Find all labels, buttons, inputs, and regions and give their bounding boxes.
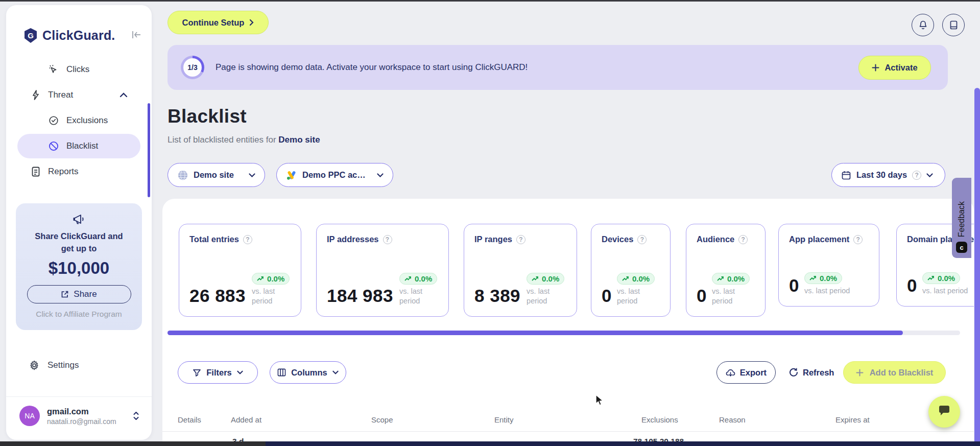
banner-message: Page is showing demo data. Activate your… [216, 62, 528, 73]
sidebar-scrollbar[interactable] [148, 103, 150, 197]
help-icon[interactable]: ? [853, 235, 863, 244]
cards-scrollbar-thumb[interactable] [168, 331, 903, 335]
chevron-down-icon [926, 173, 933, 177]
globe-icon [177, 170, 188, 181]
ppc-account-value: Demo PPC ac… [302, 170, 366, 180]
affiliate-promo-card[interactable]: Share ClickGuard and get up to $10,000 S… [16, 203, 142, 330]
notifications-button[interactable] [912, 14, 934, 36]
add-to-blacklist-button[interactable]: Add to Blacklist [843, 361, 946, 384]
page-subtitle: List of blacklisted entities for Demo si… [168, 135, 320, 145]
page-subtitle-text: List of blacklisted entities for [168, 135, 276, 145]
google-ads-icon [286, 170, 297, 181]
plus-icon [856, 369, 864, 377]
stat-vs-label: vs. last period [527, 287, 559, 306]
trend-up-icon [622, 276, 629, 281]
sidebar-item-label: Clicks [66, 64, 89, 75]
help-icon[interactable]: ? [516, 235, 525, 244]
sidebar-item-blacklist[interactable]: Blacklist [6, 134, 152, 158]
stat-title: Total entries [189, 234, 239, 244]
lightning-icon [31, 89, 41, 101]
chat-bubble-icon [937, 405, 951, 418]
stat-vs-label: vs. last period [252, 287, 284, 306]
trend-up-icon [404, 276, 412, 281]
chevron-down-icon [249, 173, 255, 177]
stat-title: IP addresses [327, 234, 379, 244]
stat-value: 0 [697, 286, 707, 306]
stat-delta: 0.0% [727, 274, 745, 283]
sidebar-item-clicks[interactable]: Clicks [6, 57, 152, 82]
date-range-selector[interactable]: Last 30 days ? [831, 163, 945, 187]
filters-button[interactable]: Filters [178, 361, 258, 384]
help-icon[interactable]: ? [637, 235, 647, 244]
stat-delta: 0.0% [267, 274, 284, 283]
account-name: gmail.com [47, 407, 116, 416]
page-scrollbar-thumb[interactable] [974, 88, 980, 446]
help-icon[interactable]: ? [383, 235, 392, 244]
stat-card-total-entries: Total entries? 26 883 0.0% vs. last peri… [179, 224, 301, 317]
stat-title: IP ranges [474, 234, 512, 244]
chat-widget-button[interactable] [928, 396, 960, 428]
trend-up-icon [257, 276, 264, 281]
stat-vs-label: vs. last period [617, 287, 650, 306]
sidebar-item-label: Blacklist [66, 141, 98, 151]
trend-up-icon [927, 275, 935, 281]
help-icon[interactable]: ? [243, 235, 252, 244]
bell-icon [918, 20, 928, 30]
column-header-exclusions: Exclusions [641, 415, 678, 424]
feedback-label: Feedback [957, 201, 966, 237]
window-bottom-edge [0, 441, 266, 446]
stat-card-devices: Devices? 0 0.0% vs. last period [591, 224, 671, 317]
badge-check-icon [48, 115, 59, 126]
refresh-button[interactable]: Refresh [789, 361, 834, 384]
avatar: NA [19, 406, 40, 426]
cursor-click-icon [48, 64, 59, 75]
stat-title: Devices [602, 234, 633, 244]
sidebar-item-exclusions[interactable]: Exclusions [6, 108, 152, 133]
stat-title: App placement [789, 234, 849, 244]
date-range-value: Last 30 days [856, 170, 907, 180]
export-button[interactable]: Export [716, 361, 776, 384]
docs-button[interactable] [942, 14, 965, 36]
stat-vs-label: vs. last period [712, 287, 745, 306]
account-switcher[interactable]: NA gmail.com naatali.ro@gmail.com [19, 406, 139, 426]
site-selector-value: Demo site [194, 170, 234, 180]
stat-card-ip-addresses: IP addresses? 184 983 0.0% vs. last peri… [316, 224, 449, 317]
stat-vs-label: vs. last period [399, 287, 432, 306]
feedback-tab[interactable]: Feedback c [952, 178, 971, 258]
continue-setup-button[interactable]: Continue Setup [168, 11, 269, 34]
stat-value: 0 [907, 275, 917, 296]
columns-icon [277, 368, 286, 377]
sidebar-item-settings[interactable]: Settings [29, 354, 79, 377]
sidebar-collapse-icon[interactable] [131, 30, 142, 40]
document-icon [31, 166, 41, 177]
page-subtitle-site: Demo site [278, 135, 320, 145]
columns-button[interactable]: Columns [270, 361, 346, 384]
blacklist-panel: Total entries? 26 883 0.0% vs. last peri… [162, 199, 974, 446]
column-header-details: Details [178, 415, 201, 424]
share-label: Share [74, 289, 97, 299]
column-header-entity: Entity [494, 415, 514, 424]
ppc-account-selector[interactable]: Demo PPC ac… [276, 163, 393, 187]
share-button[interactable]: Share [27, 285, 131, 303]
columns-label: Columns [291, 368, 327, 378]
svg-text:G: G [28, 31, 34, 40]
stat-delta: 0.0% [415, 274, 432, 283]
filters-label: Filters [206, 368, 232, 378]
site-selector[interactable]: Demo site [168, 163, 265, 187]
sidebar-item-threat[interactable]: Threat [6, 83, 152, 107]
help-icon[interactable]: ? [738, 235, 748, 244]
add-to-blacklist-label: Add to Blacklist [870, 368, 934, 378]
promo-amount: $10,000 [16, 259, 142, 278]
megaphone-icon [16, 203, 142, 226]
activate-button[interactable]: Activate [858, 56, 931, 80]
cloud-download-icon [726, 368, 735, 377]
setup-progress-value: 1/3 [183, 58, 202, 77]
promo-line2: get up to [16, 242, 142, 254]
no-entry-icon [48, 140, 59, 152]
promo-line1: Share ClickGuard and [16, 230, 142, 242]
book-icon [949, 20, 958, 30]
chevron-down-icon [237, 370, 243, 374]
stat-card-app-placement: App placement? 0 0.0% vs. last period [778, 224, 879, 307]
sidebar-item-reports[interactable]: Reports [6, 159, 152, 184]
help-icon[interactable]: ? [912, 171, 921, 180]
